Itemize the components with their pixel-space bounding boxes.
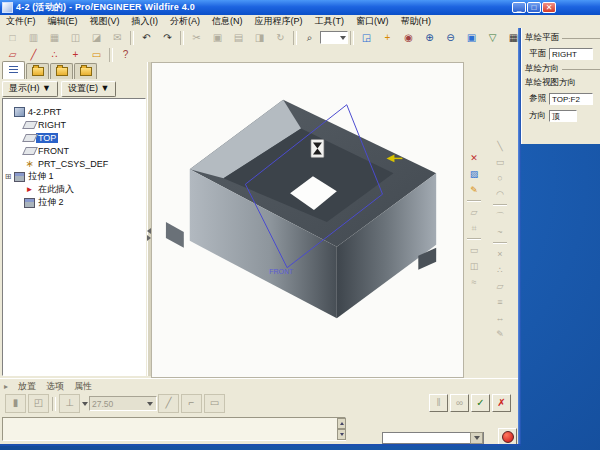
- tab-properties[interactable]: 属性: [74, 380, 92, 393]
- menu-view[interactable]: 视图(V): [84, 15, 126, 28]
- plane-display-icon[interactable]: ▱: [466, 205, 482, 219]
- menu-analysis[interactable]: 分析(A): [164, 15, 206, 28]
- surface-icon[interactable]: ◰: [28, 394, 49, 413]
- depth-type-icon[interactable]: ⊥: [59, 394, 80, 413]
- rectangle-tool-icon[interactable]: ▭: [492, 155, 508, 169]
- reference-field-value[interactable]: TOP:F2: [549, 93, 593, 105]
- message-area[interactable]: [2, 417, 346, 441]
- pause-button[interactable]: ‖: [429, 394, 448, 412]
- depth-type-dropdown-arrow[interactable]: [82, 402, 88, 406]
- solid-icon[interactable]: ▮: [5, 394, 26, 413]
- expander-icon[interactable]: ⊞: [3, 172, 13, 181]
- search-combo[interactable]: [320, 31, 348, 44]
- message-scrollbar[interactable]: [337, 418, 346, 440]
- orient-mode-icon[interactable]: ◉: [399, 29, 418, 46]
- tree-item-right-plane[interactable]: RIGHT: [3, 118, 145, 131]
- depth-value-combo[interactable]: 27.50: [89, 396, 157, 411]
- graphics-area[interactable]: FRONT: [151, 62, 464, 378]
- tab-folder-browser[interactable]: [26, 63, 49, 79]
- annotation-display-icon[interactable]: ≈: [466, 275, 482, 289]
- tab-favorites[interactable]: [50, 63, 73, 79]
- point-tool-icon[interactable]: ×: [492, 247, 508, 261]
- title-bar[interactable]: 4-2 (活动的) - Pro/ENGINEER Wildfire 4.0 _ …: [0, 0, 600, 15]
- scroll-down-icon[interactable]: [337, 429, 346, 440]
- fillet-tool-icon[interactable]: ⌒: [492, 209, 508, 223]
- saved-views-icon[interactable]: ▽: [483, 29, 502, 46]
- csys-display-icon[interactable]: ◫: [466, 259, 482, 273]
- open-icon[interactable]: ▥: [24, 29, 43, 46]
- datum-point-icon[interactable]: ∴: [45, 46, 64, 63]
- remove-material-icon[interactable]: ⌐: [181, 394, 202, 413]
- tab-placement[interactable]: 放置: [18, 380, 36, 393]
- tree-item-insert-here[interactable]: 在此插入: [3, 183, 145, 196]
- tab-options[interactable]: 选项: [46, 380, 64, 393]
- mail-icon[interactable]: ✉: [108, 29, 127, 46]
- paste-icon[interactable]: ▤: [229, 29, 248, 46]
- menu-applications[interactable]: 应用程序(P): [249, 15, 309, 28]
- tree-item-csys[interactable]: PRT_CSYS_DEF: [3, 157, 145, 170]
- csys-tool-icon[interactable]: ∴: [492, 263, 508, 277]
- zoom-in-icon[interactable]: ⊕: [420, 29, 439, 46]
- maximize-button[interactable]: □: [527, 2, 541, 13]
- hide-item-icon[interactable]: ✕: [466, 151, 482, 165]
- regenerate-icon[interactable]: ↻: [271, 29, 290, 46]
- trim-tool-icon[interactable]: ✎: [492, 327, 508, 341]
- tree-item-top-plane[interactable]: TOP: [3, 131, 145, 144]
- preview-button[interactable]: ∞: [450, 394, 469, 412]
- dimension-tool-icon[interactable]: ≡: [492, 295, 508, 309]
- cut-icon[interactable]: ✂: [187, 29, 206, 46]
- close-button[interactable]: ✕: [542, 2, 556, 13]
- show-button[interactable]: 显示(H) ▼: [2, 81, 58, 97]
- save-icon[interactable]: ▦: [45, 29, 64, 46]
- datum-axis-icon[interactable]: ╱: [24, 46, 43, 63]
- ok-button[interactable]: ✓: [471, 394, 490, 412]
- menu-file[interactable]: 文件(F): [0, 15, 42, 28]
- spline-tool-icon[interactable]: ~: [492, 225, 508, 239]
- tab-connections[interactable]: [74, 63, 97, 79]
- tree-item-extrude-2[interactable]: 拉伸 2: [3, 196, 145, 209]
- menu-help[interactable]: 帮助(H): [395, 15, 438, 28]
- print-icon[interactable]: ◫: [66, 29, 85, 46]
- line-style-icon[interactable]: ✎: [466, 183, 482, 197]
- thicken-icon[interactable]: ▭: [204, 394, 225, 413]
- circle-tool-icon[interactable]: ○: [492, 171, 508, 185]
- modify-tool-icon[interactable]: ↔: [492, 311, 508, 325]
- menu-insert[interactable]: 插入(I): [126, 15, 165, 28]
- menu-info[interactable]: 信息(N): [206, 15, 249, 28]
- use-edge-tool-icon[interactable]: ▱: [492, 279, 508, 293]
- paste-special-icon[interactable]: ◨: [250, 29, 269, 46]
- scroll-up-icon[interactable]: [337, 418, 346, 429]
- repaint-icon[interactable]: ◲: [357, 29, 376, 46]
- undo-icon[interactable]: ↶: [137, 29, 156, 46]
- datum-csys-icon[interactable]: +: [66, 46, 85, 63]
- spin-center-icon[interactable]: +: [378, 29, 397, 46]
- menu-tools[interactable]: 工具(T): [309, 15, 351, 28]
- settings-button[interactable]: 设置(E) ▼: [61, 81, 116, 97]
- axis-display-icon[interactable]: ⌗: [466, 221, 482, 235]
- context-help-icon[interactable]: ?: [116, 46, 135, 63]
- tree-item-part[interactable]: 4-2.PRT: [3, 105, 145, 118]
- cancel-button[interactable]: ✗: [492, 394, 511, 412]
- zoom-out-icon[interactable]: ⊖: [441, 29, 460, 46]
- print-preview-icon[interactable]: ◪: [87, 29, 106, 46]
- orientation-field-value[interactable]: 顶: [549, 110, 577, 122]
- flip-direction-icon[interactable]: ╱: [158, 394, 179, 413]
- appearance-icon[interactable]: ▨: [466, 167, 482, 181]
- tab-model-tree[interactable]: [2, 61, 25, 79]
- find-icon[interactable]: ⌕: [300, 29, 319, 46]
- line-tool-icon[interactable]: ╲: [492, 139, 508, 153]
- filter-combo[interactable]: [382, 432, 484, 444]
- arc-tool-icon[interactable]: ◠: [492, 187, 508, 201]
- new-icon[interactable]: □: [3, 29, 22, 46]
- plane-field-value[interactable]: RIGHT: [549, 48, 593, 60]
- point-display-icon[interactable]: ▭: [466, 243, 482, 257]
- menu-window[interactable]: 窗口(W): [350, 15, 395, 28]
- copy-icon[interactable]: ▣: [208, 29, 227, 46]
- minimize-button[interactable]: _: [512, 2, 526, 13]
- menu-edit[interactable]: 编辑(E): [42, 15, 84, 28]
- redo-icon[interactable]: ↷: [158, 29, 177, 46]
- annotation-icon[interactable]: ▭: [87, 46, 106, 63]
- tree-item-front-plane[interactable]: FRONT: [3, 144, 145, 157]
- combo-dropdown-button[interactable]: [470, 432, 483, 444]
- tree-item-extrude-1[interactable]: ⊞ 拉伸 1: [3, 170, 145, 183]
